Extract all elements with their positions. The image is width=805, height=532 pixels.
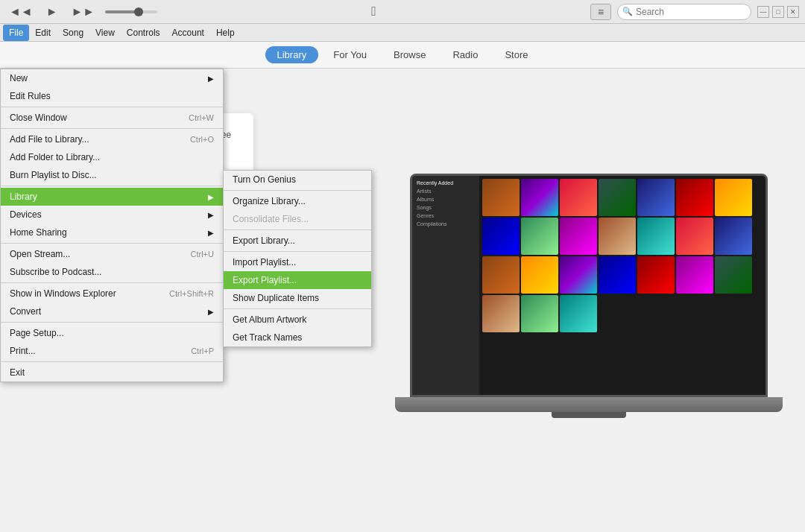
album-thumb (482, 218, 520, 255)
shortcut-add-file: Ctrl+O (190, 135, 214, 144)
close-button[interactable]: ✕ (787, 6, 799, 18)
tab-browse[interactable]: Browse (382, 46, 438, 63)
menu-item-new[interactable]: New ▶ (1, 69, 223, 87)
menu-song[interactable]: Song (57, 25, 89, 41)
laptop-screen: Recently Added Artists Albums Songs Genr… (410, 174, 768, 397)
album-thumb (676, 179, 713, 216)
menu-account[interactable]: Account (166, 25, 210, 41)
separator (1, 107, 223, 107)
separator (1, 282, 223, 283)
album-thumb (560, 218, 597, 255)
laptop-mockup: Recently Added Artists Albums Songs Genr… (395, 174, 783, 442)
menu-item-close-window[interactable]: Close Window Ctrl+W (1, 109, 223, 127)
tab-radio[interactable]: Radio (441, 46, 490, 63)
submenu-consolidate-files: Consolidate Files... (224, 210, 371, 228)
tab-store[interactable]: Store (493, 46, 540, 63)
menu-item-library-label: Library (10, 191, 37, 202)
menu-item-open-stream[interactable]: Open Stream... Ctrl+U (1, 245, 223, 263)
album-thumb (637, 256, 675, 294)
sidebar-recently-added: Recently Added (412, 179, 479, 187)
menu-item-page-setup[interactable]: Page Setup... (1, 324, 223, 342)
screen-album-grid (479, 176, 765, 395)
itunes-screenshot: Recently Added Artists Albums Songs Genr… (373, 69, 805, 532)
menu-item-convert[interactable]: Convert ▶ (1, 303, 223, 320)
submenu-arrow-icon: ▶ (208, 211, 214, 219)
submenu-get-track-names[interactable]: Get Track Names (224, 329, 371, 346)
menu-item-add-file-label: Add File to Library... (10, 134, 89, 145)
album-thumb (637, 218, 675, 255)
album-thumb (521, 218, 558, 255)
menu-item-devices-label: Devices (10, 209, 42, 220)
menu-controls[interactable]: Controls (121, 25, 166, 41)
volume-slider[interactable] (105, 10, 157, 13)
album-thumb (715, 179, 752, 216)
play-button[interactable]: ► (43, 4, 61, 20)
album-thumb (676, 218, 713, 255)
submenu-organize-library[interactable]: Organize Library... (224, 192, 371, 210)
menu-item-open-stream-label: Open Stream... (10, 249, 70, 259)
sidebar-compilations: Compilations (412, 220, 479, 228)
tab-for-you[interactable]: For You (321, 46, 379, 63)
menu-item-print[interactable]: Print... Ctrl+P (1, 342, 223, 360)
menu-item-home-sharing-label: Home Sharing (10, 227, 67, 238)
menu-view[interactable]: View (89, 25, 121, 41)
submenu-consolidate-files-label: Consolidate Files... (233, 214, 309, 224)
menu-item-new-label: New (10, 73, 28, 83)
submenu-get-album-artwork[interactable]: Get Album Artwork (224, 311, 371, 329)
menu-help[interactable]: Help (210, 25, 241, 41)
minimize-button[interactable]: — (757, 6, 769, 18)
album-thumb (715, 256, 752, 294)
title-bar-left: ◄◄ ► ►► (6, 4, 157, 20)
submenu-export-playlist[interactable]: Export Playlist... (224, 271, 371, 289)
list-view-button[interactable]: ≡ (590, 4, 611, 20)
laptop-base (395, 397, 783, 412)
sidebar-albums: Albums (412, 195, 479, 203)
submenu-turn-on-genius[interactable]: Turn On Genius (224, 171, 371, 189)
back-button[interactable]: ◄◄ (6, 4, 36, 20)
tab-library[interactable]: Library (265, 46, 319, 63)
album-thumb (599, 218, 636, 255)
maximize-button[interactable]: □ (772, 6, 784, 18)
menu-item-page-setup-label: Page Setup... (10, 328, 64, 338)
forward-button[interactable]: ►► (69, 4, 98, 20)
main-content: Recently Added Artists Albums Songs Genr… (0, 69, 805, 532)
menu-file[interactable]: File (3, 25, 29, 41)
menu-item-library[interactable]: Library ▶ (1, 188, 223, 206)
menu-item-add-folder-label: Add Folder to Library... (10, 152, 100, 162)
sidebar-genres: Genres (412, 212, 479, 220)
shortcut-open-stream: Ctrl+U (191, 250, 214, 259)
menu-edit[interactable]: Edit (29, 25, 57, 41)
menu-item-add-folder[interactable]: Add Folder to Library... (1, 148, 223, 166)
submenu-show-duplicate[interactable]: Show Duplicate Items (224, 289, 371, 307)
separator (1, 243, 223, 244)
menu-bar: File Edit Song View Controls Account Hel… (0, 24, 805, 42)
menu-item-burn-playlist[interactable]: Burn Playlist to Disc... (1, 166, 223, 184)
submenu-import-playlist[interactable]: Import Playlist... (224, 253, 371, 271)
menu-item-show-explorer[interactable]: Show in Windows Explorer Ctrl+Shift+R (1, 285, 223, 303)
album-thumb (482, 179, 520, 216)
album-thumb (599, 179, 636, 216)
submenu-arrow-icon: ▶ (208, 75, 214, 83)
menu-item-exit[interactable]: Exit (1, 364, 223, 381)
menu-item-add-file[interactable]: Add File to Library... Ctrl+O (1, 130, 223, 148)
menu-item-home-sharing[interactable]: Home Sharing ▶ (1, 224, 223, 241)
menu-item-edit-rules[interactable]: Edit Rules (1, 87, 223, 105)
submenu-arrow-icon: ▶ (208, 193, 214, 201)
search-icon: 🔍 (622, 7, 633, 16)
search-wrapper: 🔍 (617, 4, 751, 20)
submenu-export-library[interactable]: Export Library... (224, 232, 371, 250)
album-thumb (521, 179, 558, 216)
separator (1, 361, 223, 362)
laptop-stand (552, 412, 626, 418)
menu-item-devices[interactable]: Devices ▶ (1, 206, 223, 224)
screen-sidebar: Recently Added Artists Albums Songs Genr… (412, 176, 479, 395)
menu-item-subscribe-podcast[interactable]: Subscribe to Podcast... (1, 263, 223, 281)
file-menu-dropdown: New ▶ Edit Rules Close Window Ctrl+W Add… (0, 69, 224, 382)
separator (1, 322, 223, 323)
album-thumb (521, 295, 558, 332)
menu-item-subscribe-podcast-label: Subscribe to Podcast... (10, 267, 101, 277)
menu-item-close-window-label: Close Window (10, 113, 67, 123)
search-input[interactable] (617, 4, 751, 20)
album-thumb (715, 218, 752, 255)
submenu-import-playlist-label: Import Playlist... (233, 257, 296, 267)
